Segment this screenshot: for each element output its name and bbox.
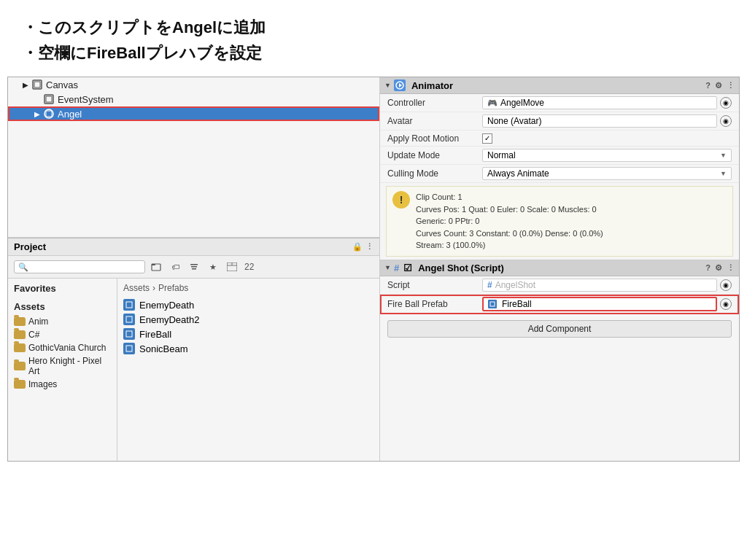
search-input[interactable] <box>28 262 141 272</box>
controller-label: Controller <box>387 98 482 108</box>
eventsystem-label: EventSystem <box>58 94 114 105</box>
prefab-cube-enemydeath <box>123 299 135 311</box>
warning-icon: ! <box>392 191 410 209</box>
controller-value-box[interactable]: 🎮 AngelMove <box>482 96 717 109</box>
svg-rect-13 <box>126 316 132 322</box>
prefab-sonicbeam[interactable]: SonicBeam <box>123 341 374 356</box>
animator-header-icons: ? ⚙ ⋮ <box>705 81 735 90</box>
folder-btn[interactable] <box>148 259 164 275</box>
folder-icon-heroknight <box>14 362 26 370</box>
script-select-btn[interactable]: ◉ <box>720 279 732 291</box>
fireball-value-box[interactable]: FireBall <box>482 297 717 311</box>
avatar-value-wrapper: None (Avatar) ◉ <box>482 114 732 128</box>
folder-anim[interactable]: Anim <box>14 315 111 328</box>
prefab-label-enemydeath: EnemyDeath <box>139 300 194 311</box>
avatar-select-btn[interactable]: ◉ <box>720 115 732 127</box>
svg-rect-10 <box>192 268 196 270</box>
folder-images[interactable]: Images <box>14 378 111 391</box>
update-mode-label: Update Mode <box>387 150 482 160</box>
svg-rect-7 <box>152 264 155 265</box>
tag-btn[interactable]: 🏷 <box>167 259 183 275</box>
svg-rect-3 <box>46 96 52 102</box>
star-btn[interactable]: ★ <box>205 259 221 275</box>
folder-label-heroknight: Hero Knight - Pixel Art <box>28 356 111 376</box>
prefab-label-sonicbeam: SonicBeam <box>139 343 187 354</box>
svg-marker-17 <box>399 83 402 88</box>
script-hash: # <box>487 280 492 290</box>
svg-rect-18 <box>490 302 495 306</box>
search-box[interactable]: 🔍 <box>14 260 145 273</box>
avatar-row: Avatar None (Avatar) ◉ <box>380 112 739 131</box>
apply-root-motion-checkbox[interactable]: ✓ <box>482 133 492 144</box>
add-component-button[interactable]: Add Component <box>387 320 732 338</box>
script-checkbox[interactable]: ☑ <box>403 262 412 273</box>
culling-mode-row: Culling Mode Always Animate ▼ <box>380 165 739 183</box>
apply-root-motion-label: Apply Root Motion <box>387 133 482 144</box>
hierarchy-item-angel[interactable]: ▶ Angel <box>8 106 379 121</box>
culling-mode-arrow: ▼ <box>720 170 727 177</box>
controller-select-btn[interactable]: ◉ <box>720 97 732 109</box>
hierarchy-item-canvas[interactable]: ▶ Canvas <box>8 77 379 92</box>
update-mode-arrow: ▼ <box>720 152 727 159</box>
main-container: ▶ Canvas EventSystem ▶ Angel <box>7 77 740 462</box>
arrow-spacer <box>34 96 43 104</box>
animator-triangle: ▼ <box>384 82 391 89</box>
culling-mode-value-wrapper: Always Animate ▼ <box>482 167 732 180</box>
script-title: Angel Shot (Script) <box>418 262 504 273</box>
script-value-box[interactable]: # AngelShot <box>482 279 717 292</box>
fireball-label: Fire Ball Prefab <box>387 299 482 309</box>
controller-icon: 🎮 <box>487 98 498 108</box>
angel-label: Angel <box>58 109 82 120</box>
script-help-icon[interactable]: ? <box>705 263 711 273</box>
script-header-icons: ? ⚙ ⋮ <box>705 263 735 273</box>
project-body: Favorites Assets Anim C# GothicVania Chu… <box>8 279 379 461</box>
folder-label-csharp: C# <box>28 330 39 340</box>
eventsystem-icon <box>43 93 55 105</box>
search-icon: 🔍 <box>18 262 28 272</box>
canvas-label: Canvas <box>46 79 78 90</box>
svg-rect-5 <box>46 111 52 117</box>
scene-btn[interactable] <box>224 259 240 275</box>
hierarchy-item-eventsystem[interactable]: EventSystem <box>8 92 379 106</box>
script-header: ▼ # ☑ Angel Shot (Script) ? ⚙ ⋮ <box>380 260 739 276</box>
culling-mode-value-box[interactable]: Always Animate ▼ <box>482 167 732 180</box>
help-icon[interactable]: ? <box>705 81 711 90</box>
avatar-value-box[interactable]: None (Avatar) <box>482 114 717 128</box>
script-settings-icon[interactable]: ⚙ <box>715 263 722 273</box>
script-more-icon[interactable]: ⋮ <box>727 263 735 273</box>
fireball-cube-icon <box>488 300 497 308</box>
settings-icon[interactable]: ⚙ <box>715 81 722 90</box>
fireball-value: FireBall <box>502 299 532 309</box>
project-toolbar: 🔍 🏷 ★ 22 <box>8 256 379 279</box>
more-icon[interactable]: ⋮ <box>727 81 735 90</box>
title-line-2: ・空欄にFireBallプレハブを設定 <box>22 40 725 66</box>
animator-section: ▼ Animator ? ⚙ ⋮ Controller 🎮 <box>380 77 739 260</box>
folder-label-gothicvania: GothicVania Church <box>28 343 107 353</box>
folder-heroknight[interactable]: Hero Knight - Pixel Art <box>14 354 111 378</box>
fireball-select-btn[interactable]: ◉ <box>720 298 732 310</box>
project-title: Project <box>14 241 46 252</box>
prefab-fireball[interactable]: FireBall <box>123 327 374 341</box>
folder-gothicvania[interactable]: GothicVania Church <box>14 341 111 354</box>
script-section: ▼ # ☑ Angel Shot (Script) ? ⚙ ⋮ Script #… <box>380 260 739 462</box>
info-box: ! Clip Count: 1 Curves Pos: 1 Quat: 0 Eu… <box>386 186 733 257</box>
animator-header: ▼ Animator ? ⚙ ⋮ <box>380 77 739 94</box>
script-triangle: ▼ <box>384 264 391 271</box>
controller-row: Controller 🎮 AngelMove ◉ <box>380 94 739 112</box>
animator-title: Animator <box>411 80 453 91</box>
breadcrumb-prefabs: Prefabs <box>158 283 188 293</box>
right-panel: ▼ Animator ? ⚙ ⋮ Controller 🎮 <box>380 77 739 461</box>
angel-icon <box>43 108 55 120</box>
filter-btn[interactable] <box>186 259 202 275</box>
arrow-icon: ▶ <box>23 81 31 89</box>
breadcrumb: Assets › Prefabs <box>123 283 374 293</box>
update-mode-value-box[interactable]: Normal ▼ <box>482 149 732 162</box>
svg-rect-12 <box>126 302 132 308</box>
folder-csharp[interactable]: C# <box>14 328 111 341</box>
avatar-value: None (Avatar) <box>487 116 541 126</box>
controller-value: AngelMove <box>500 98 544 108</box>
prefab-enemydeath[interactable]: EnemyDeath <box>123 298 374 312</box>
project-panel: Project 🔒 ⋮ 🔍 🏷 ★ <box>8 238 379 461</box>
assets-title: Assets <box>14 301 111 312</box>
prefab-enemydeath2[interactable]: EnemyDeath2 <box>123 312 374 327</box>
